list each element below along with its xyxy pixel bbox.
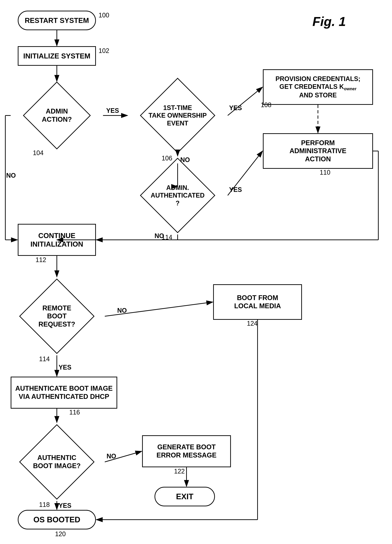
perform-admin-node: PERFORM ADMINISTRATIVE ACTION [263, 133, 373, 169]
provision-credentials-node: PROVISION CREDENTIALS; GET CREDENTALS Ko… [263, 69, 373, 105]
svg-text:NO: NO [6, 172, 16, 179]
exit-node: EXIT [155, 487, 215, 506]
svg-text:YES: YES [106, 107, 119, 114]
ref-114b: 114 [39, 355, 50, 363]
ref-100: 100 [99, 12, 109, 19]
first-time-ownership-diamond: 1ST-TIMETAKE OWNERSHIPEVENT [128, 76, 227, 154]
svg-line-27 [105, 302, 213, 316]
initialize-system-node: INITIALIZE SYSTEM [18, 46, 96, 66]
admin-authenticated-diamond: ADMIN.AUTHENTICATED? [128, 156, 227, 235]
svg-text:NO: NO [106, 453, 116, 460]
svg-line-34 [105, 451, 142, 462]
ref-116: 116 [69, 409, 80, 416]
remote-boot-diamond: REMOTEBOOTREQUEST? [9, 277, 105, 355]
svg-line-6 [228, 87, 263, 115]
authentic-boot-diamond: AUTHENTICBOOT IMAGE? [9, 423, 105, 501]
fig-label: Fig. 1 [312, 14, 346, 29]
os-booted-node: OS BOOTED [18, 510, 96, 529]
ref-110: 110 [320, 169, 330, 176]
ref-118: 118 [39, 501, 50, 509]
boot-from-local-node: BOOT FROMLOCAL MEDIA [213, 284, 302, 320]
restart-system-node: RESTART SYSTEM [18, 11, 96, 30]
svg-text:YES: YES [229, 104, 242, 112]
svg-text:YES: YES [59, 364, 71, 371]
flowchart-diagram: Fig. 1 RESTART SYSTEM 100 INITIALIZE SYS… [0, 0, 392, 544]
svg-text:YES: YES [229, 186, 242, 193]
authenticate-boot-node: AUTHENTICATE BOOT IMAGEVIA AUTHENTICATED… [11, 377, 117, 409]
svg-text:NO: NO [117, 307, 127, 314]
ref-102: 102 [99, 47, 109, 54]
ref-122: 122 [174, 468, 185, 475]
ref-114a: 114 [162, 234, 172, 241]
svg-text:YES: YES [59, 502, 71, 509]
ref-124: 124 [247, 320, 257, 327]
ref-120: 120 [55, 530, 66, 538]
generate-boot-error-node: GENERATE BOOTERROR MESSAGE [142, 435, 231, 467]
ref-112: 112 [35, 256, 46, 264]
ref-104: 104 [33, 149, 44, 157]
continue-initialization-node: CONTINUE INITIALIZATION [18, 224, 96, 256]
svg-line-13 [228, 151, 263, 195]
ref-108: 108 [261, 101, 271, 109]
admin-action-diamond: ADMINACTION? [11, 82, 103, 149]
